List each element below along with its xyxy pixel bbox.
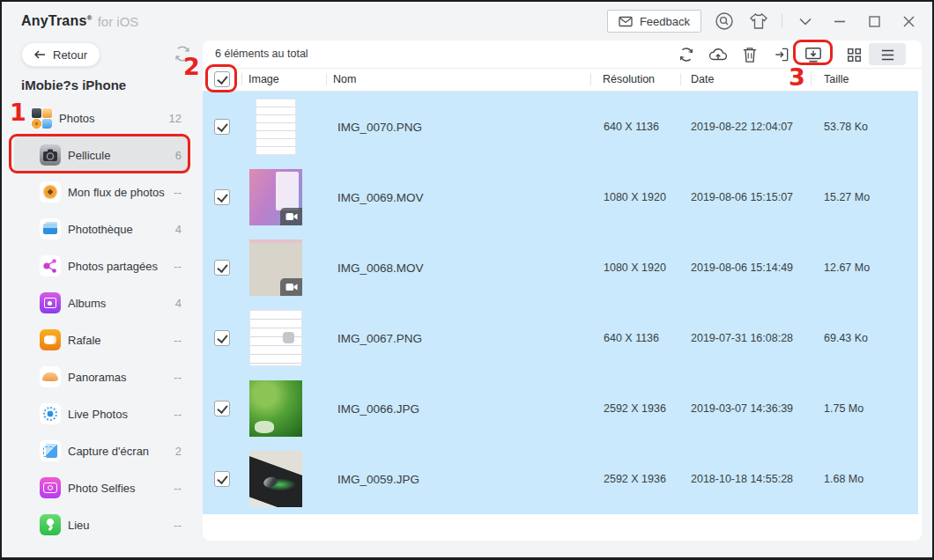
- back-button[interactable]: Retour: [21, 42, 100, 67]
- import-to-device-icon[interactable]: [771, 44, 792, 65]
- app-title-suffix: for iOS: [98, 14, 139, 29]
- row-checkbox[interactable]: [214, 401, 230, 416]
- sidebar-item-albums[interactable]: Albums 4: [14, 284, 190, 321]
- sidebar-item-photos-partagees[interactable]: Photos partagées --: [14, 247, 190, 284]
- sidebar-item-panoramas[interactable]: Panoramas --: [14, 358, 190, 395]
- item-count: --: [174, 334, 182, 347]
- places-icon: [40, 514, 61, 535]
- selfies-icon: [40, 477, 61, 498]
- row-checkbox[interactable]: [214, 330, 230, 346]
- item-count: --: [174, 519, 182, 532]
- burst-icon: [40, 329, 61, 350]
- items-total-label: 6 éléments au total: [215, 41, 308, 68]
- table-row[interactable]: IMG_0069.MOV 1080 X 1920 2019-08-06 15:1…: [203, 162, 918, 232]
- column-header-nom[interactable]: Nom: [326, 68, 590, 91]
- column-header-taille[interactable]: Taille: [811, 68, 918, 91]
- sidebar-item-pellicule[interactable]: Pellicule 6: [14, 136, 190, 173]
- thumbnail-desk-photo: [249, 451, 302, 507]
- sidebar-item-lieu[interactable]: Lieu --: [14, 506, 190, 543]
- photo-library-icon: [40, 218, 61, 239]
- main-panel: 6 éléments au total: [203, 41, 922, 541]
- item-count: --: [174, 260, 182, 273]
- sidebar-item-photo-selfies[interactable]: Photo Selfies --: [14, 469, 190, 506]
- item-count: 2: [175, 445, 182, 458]
- thumbnail-plant-photo: [249, 380, 302, 437]
- thumbnail-video: [249, 169, 302, 225]
- cloud-upload-icon[interactable]: [708, 44, 729, 65]
- sidebar-item-live-photos[interactable]: Live Photos --: [14, 395, 190, 432]
- live-photos-icon: [40, 403, 61, 424]
- albums-icon: [40, 292, 61, 313]
- shared-photos-icon: [40, 255, 61, 276]
- export-to-computer-icon[interactable]: [803, 44, 824, 65]
- column-header-date[interactable]: Date: [680, 68, 811, 91]
- video-camera-badge-icon: [280, 278, 302, 296]
- thumbnail-video: [249, 239, 302, 296]
- maximize-icon[interactable]: [863, 10, 886, 33]
- search-icon[interactable]: [713, 10, 736, 33]
- photos-category-icon: [31, 107, 52, 129]
- item-count: 4: [175, 223, 182, 236]
- sidebar-list: Photos 12 Pellicule 6 Mon flux de photos…: [2, 99, 203, 543]
- row-checkbox[interactable]: [214, 471, 230, 487]
- panorama-icon: [40, 366, 61, 387]
- column-header-resolution[interactable]: Résolution: [590, 68, 680, 91]
- row-checkbox[interactable]: [214, 260, 230, 276]
- device-name: iMobie?s iPhone: [21, 77, 126, 92]
- tshirt-theme-icon[interactable]: [747, 10, 770, 33]
- grid-view-icon[interactable]: [843, 44, 864, 65]
- close-icon[interactable]: [897, 10, 920, 33]
- table-row[interactable]: IMG_0059.JPG 2592 X 1936 2018-10-18 14:5…: [203, 444, 918, 514]
- item-count: --: [174, 371, 182, 384]
- back-arrow-icon: [34, 50, 46, 59]
- titlebar-divider: [782, 14, 782, 28]
- item-count: --: [174, 186, 182, 199]
- table-row[interactable]: IMG_0067.PNG 640 X 1136 2019-07-31 16:08…: [203, 303, 918, 373]
- sidebar-item-rafale[interactable]: Rafale --: [14, 321, 190, 358]
- list-view-icon[interactable]: [877, 44, 898, 65]
- row-checkbox[interactable]: [214, 119, 230, 135]
- select-all-checkbox[interactable]: [214, 71, 230, 87]
- app-window: AnyTrans® for iOS Feedback: [0, 0, 934, 560]
- screenshot-icon: [40, 440, 61, 461]
- item-count: --: [174, 408, 182, 421]
- camera-roll-icon: [40, 144, 61, 166]
- video-camera-badge-icon: [280, 208, 302, 225]
- envelope-icon: [619, 16, 633, 27]
- item-count: 4: [175, 297, 182, 310]
- table-row[interactable]: IMG_0068.MOV 1080 X 1920 2019-08-06 15:1…: [203, 232, 918, 303]
- sidebar-item-mon-flux[interactable]: Mon flux de photos --: [14, 173, 190, 210]
- item-count: 12: [169, 112, 182, 125]
- item-count: --: [174, 482, 182, 495]
- refresh-icon[interactable]: [676, 44, 697, 65]
- sidebar-item-capture-ecran[interactable]: Capture d'écran 2: [14, 432, 190, 469]
- sidebar: Retour iMobie?s iPhone Photos 12 Pellicu…: [2, 41, 203, 557]
- table-row[interactable]: IMG_0070.PNG 640 X 1136 2019-08-22 12:04…: [203, 92, 918, 162]
- minimize-icon[interactable]: [828, 10, 851, 33]
- feedback-button[interactable]: Feedback: [607, 10, 701, 33]
- row-checkbox[interactable]: [214, 189, 230, 205]
- column-header-image[interactable]: Image: [241, 68, 326, 91]
- file-list: IMG_0070.PNG 640 X 1136 2019-08-22 12:04…: [203, 92, 918, 514]
- sidebar-item-photos[interactable]: Photos 12: [14, 99, 190, 136]
- sidebar-refresh-icon[interactable]: [173, 44, 194, 65]
- thumbnail-settings-screenshot: [249, 310, 302, 366]
- chevron-down-icon[interactable]: [794, 10, 817, 33]
- photo-stream-icon: [40, 181, 61, 203]
- sidebar-item-phototheque[interactable]: Photothèque 4: [14, 210, 190, 247]
- app-title: AnyTrans®: [21, 13, 93, 29]
- trash-icon[interactable]: [739, 44, 760, 65]
- item-count: 6: [175, 149, 182, 162]
- table-row[interactable]: IMG_0066.JPG 2592 X 1936 2019-03-07 14:3…: [203, 373, 918, 444]
- titlebar: AnyTrans® for iOS Feedback: [2, 2, 932, 41]
- thumbnail-phone-screenshot: [256, 99, 296, 155]
- table-header: Image Nom Résolution Date Taille: [203, 68, 918, 92]
